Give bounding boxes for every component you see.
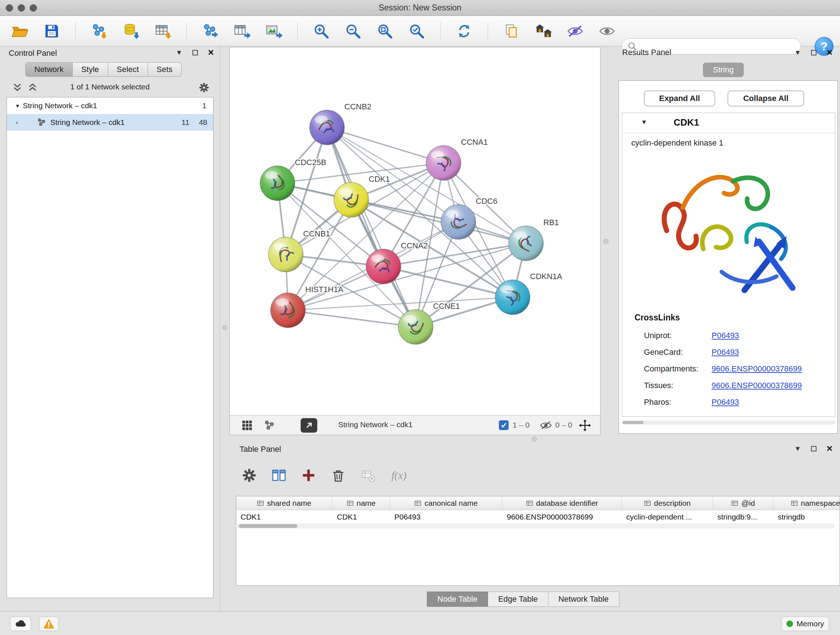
table-horizontal-scrollbar[interactable] bbox=[236, 524, 835, 529]
float-panel-icon[interactable]: ▾ bbox=[174, 48, 184, 57]
close-panel-icon[interactable]: × bbox=[825, 444, 834, 453]
tab-sets[interactable]: Sets bbox=[148, 62, 182, 77]
table-cell[interactable]: cyclin-dependent ... bbox=[622, 510, 713, 524]
network-row[interactable]: ● String Network – cdk1 11 48 bbox=[7, 114, 213, 131]
export-table-button[interactable] bbox=[232, 21, 253, 42]
export-image-button[interactable] bbox=[264, 21, 284, 42]
warnings-button[interactable] bbox=[39, 616, 58, 631]
hidden-eye-icon[interactable] bbox=[539, 419, 553, 432]
close-panel-icon[interactable]: × bbox=[825, 48, 834, 57]
network-edge[interactable] bbox=[327, 127, 416, 327]
table-cell[interactable]: CDK1 bbox=[332, 510, 390, 524]
zoom-out-button[interactable] bbox=[343, 21, 363, 42]
network-options-gear-icon[interactable] bbox=[198, 82, 210, 93]
tab-string[interactable]: String bbox=[703, 63, 744, 77]
table-row[interactable]: CDK1CDK1P064939606.ENSP00000378699cyclin… bbox=[236, 510, 840, 524]
zoom-in-button[interactable] bbox=[311, 21, 332, 42]
collapse-card-icon[interactable]: ▼ bbox=[641, 119, 647, 126]
column-label: database identifier bbox=[536, 499, 598, 508]
show-columns-button[interactable] bbox=[269, 466, 289, 485]
table-cell[interactable]: P06493 bbox=[390, 510, 502, 524]
table-cell[interactable]: stringdb bbox=[774, 510, 840, 524]
vertical-splitter-handle[interactable] bbox=[222, 325, 227, 330]
detach-view-button[interactable] bbox=[301, 418, 317, 432]
function-builder-button[interactable]: f(x) bbox=[388, 469, 407, 481]
close-panel-icon[interactable]: × bbox=[206, 48, 216, 57]
network-node-CCNA2[interactable] bbox=[366, 249, 401, 284]
expand-all-button[interactable]: Expand All bbox=[644, 90, 715, 106]
tab-edge-table[interactable]: Edge Table bbox=[488, 592, 548, 607]
table-cell[interactable]: stringdb:9... bbox=[713, 510, 774, 524]
column-header-id[interactable]: @id bbox=[713, 496, 774, 510]
tab-network[interactable]: Network bbox=[25, 62, 73, 77]
vertical-splitter-handle[interactable] bbox=[603, 239, 608, 244]
network-node-CDC25B[interactable] bbox=[260, 166, 295, 201]
network-view-footer: String Network – cdk1 1 – 0 0 – 0 bbox=[230, 415, 600, 435]
float-panel-icon[interactable]: ▾ bbox=[793, 444, 802, 453]
zoom-selected-button[interactable] bbox=[406, 21, 427, 42]
network-edge[interactable] bbox=[351, 200, 526, 243]
first-neighbors-button[interactable] bbox=[533, 21, 554, 42]
collapse-triangle-icon[interactable]: ▼ bbox=[15, 103, 23, 109]
create-column-button[interactable] bbox=[299, 466, 318, 485]
column-header-description[interactable]: description bbox=[622, 496, 713, 510]
tab-node-table[interactable]: Node Table bbox=[427, 592, 488, 607]
column-header-name[interactable]: name bbox=[332, 496, 390, 510]
pan-crosshair-icon[interactable] bbox=[578, 419, 592, 432]
crosslink-value-link[interactable]: 9606.ENSP00000378699 bbox=[712, 381, 802, 390]
import-network-database-button[interactable] bbox=[120, 21, 141, 42]
crosslink-value-link[interactable]: P06493 bbox=[712, 397, 739, 407]
hide-selected-button[interactable] bbox=[565, 21, 586, 42]
tab-network-table[interactable]: Network Table bbox=[548, 592, 619, 607]
float-panel-icon[interactable]: ▾ bbox=[793, 48, 802, 57]
memory-button[interactable]: Memory bbox=[782, 616, 829, 631]
show-all-button[interactable] bbox=[597, 21, 617, 42]
column-header-shared-name[interactable]: shared name bbox=[236, 496, 332, 510]
save-session-button[interactable] bbox=[41, 21, 62, 42]
save-session-icon bbox=[43, 22, 60, 40]
apply-layout-button[interactable] bbox=[454, 21, 475, 42]
table-settings-button[interactable] bbox=[240, 466, 259, 485]
column-header-database-identifier[interactable]: database identifier bbox=[502, 496, 622, 510]
table-cell[interactable]: CDK1 bbox=[236, 510, 332, 524]
network-node-CDK1[interactable] bbox=[334, 182, 369, 217]
network-node-CCNA1[interactable] bbox=[426, 146, 461, 180]
network-node-CCNB2[interactable] bbox=[309, 110, 344, 145]
collapse-all-button[interactable]: Collapse All bbox=[728, 90, 804, 106]
results-horizontal-scrollbar[interactable] bbox=[622, 420, 835, 424]
selected-checkbox-icon[interactable] bbox=[499, 420, 508, 430]
network-edge[interactable] bbox=[288, 310, 416, 327]
crosslink-value-link[interactable]: 9606.ENSP00000378699 bbox=[712, 364, 802, 374]
maximize-panel-icon[interactable] bbox=[809, 444, 818, 453]
network-node-HIST1H1A[interactable] bbox=[271, 293, 305, 328]
duplicate-network-button[interactable] bbox=[501, 21, 522, 42]
tab-style[interactable]: Style bbox=[73, 62, 108, 77]
network-node-CDKN1A[interactable] bbox=[495, 280, 530, 315]
column-header-namespace[interactable]: namespace bbox=[774, 496, 840, 510]
protein-card-header[interactable]: ▼ CDK1 bbox=[622, 113, 835, 133]
crosslink-value-link[interactable]: P06493 bbox=[712, 348, 739, 357]
maximize-panel-icon[interactable] bbox=[809, 48, 818, 57]
zoom-fit-button[interactable] bbox=[374, 21, 395, 42]
network-node-CCNE1[interactable] bbox=[398, 310, 433, 344]
birdseye-grid-icon[interactable] bbox=[240, 419, 254, 432]
network-collection-row[interactable]: ▼ String Network – cdk1 1 bbox=[7, 97, 213, 114]
horizontal-splitter-handle[interactable] bbox=[532, 437, 537, 442]
network-canvas[interactable]: CCNB2CCNA1CDC25BCDK1CDC6RB1CCNB1CCNA2CDK… bbox=[230, 48, 600, 415]
export-network-button[interactable] bbox=[200, 21, 221, 42]
import-table-file-button[interactable] bbox=[152, 21, 173, 42]
network-node-CCNB1[interactable] bbox=[268, 237, 303, 272]
maximize-panel-icon[interactable] bbox=[190, 48, 200, 57]
delete-columns-button[interactable] bbox=[328, 466, 348, 485]
cloud-status-button[interactable] bbox=[10, 616, 31, 631]
column-header-canonical-name[interactable]: canonical name bbox=[390, 496, 502, 510]
table-cell[interactable]: 9606.ENSP00000378699 bbox=[502, 510, 622, 524]
network-edge[interactable] bbox=[327, 127, 444, 163]
import-network-file-button[interactable] bbox=[88, 21, 110, 42]
network-node-RB1[interactable] bbox=[508, 226, 543, 261]
crosslink-value-link[interactable]: P06493 bbox=[712, 331, 739, 340]
tab-select[interactable]: Select bbox=[108, 62, 148, 77]
open-session-button[interactable] bbox=[9, 21, 30, 42]
network-share-icon[interactable] bbox=[263, 419, 276, 432]
network-node-CDC6[interactable] bbox=[441, 204, 476, 239]
